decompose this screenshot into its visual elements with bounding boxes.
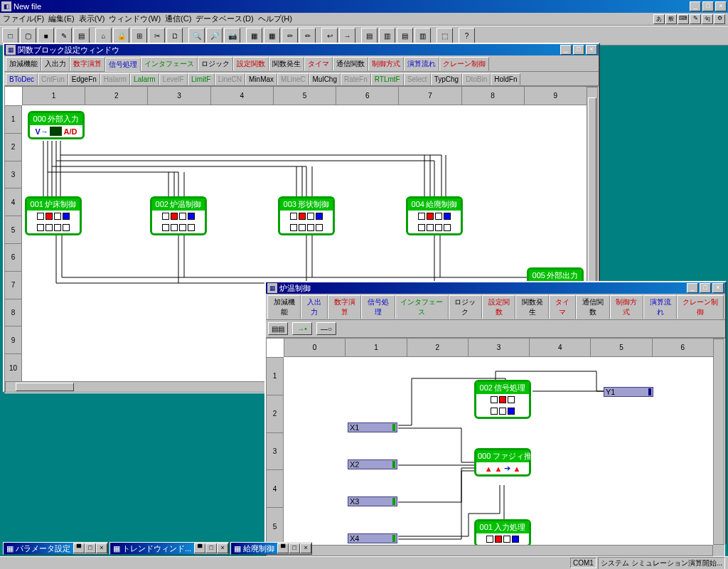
- ime-icon[interactable]: あ: [653, 14, 665, 24]
- tab[interactable]: LevelF: [159, 73, 188, 85]
- tab[interactable]: 設定関数: [482, 295, 515, 319]
- close-button[interactable]: ×: [586, 45, 597, 55]
- menu-database[interactable]: データベース(D): [196, 14, 253, 24]
- toolbar-button[interactable]: ▥: [379, 28, 395, 43]
- window1-titlebar[interactable]: ▦ 関数ブロック設定ウィンドウ _ □ ×: [4, 44, 599, 55]
- minimize-button[interactable]: _: [690, 1, 701, 11]
- tab[interactable]: Lalarm: [130, 73, 159, 85]
- tab[interactable]: 数字演算: [328, 295, 361, 319]
- block-fuzzy-inference[interactable]: 000 ファジィ推論 ▲▲➔▲: [474, 448, 531, 477]
- tab[interactable]: Halarm: [100, 73, 130, 85]
- io-label-x4[interactable]: X4: [348, 533, 397, 543]
- tab[interactable]: 信号処理: [361, 295, 395, 319]
- toolbar-button[interactable]: ▤: [361, 28, 378, 43]
- block-control-3[interactable]: 003 形状制御: [278, 196, 335, 235]
- toolbar-button[interactable]: ▤: [397, 28, 413, 43]
- toolbar-button[interactable]: 🔎: [206, 28, 223, 43]
- toolbar-button[interactable]: ▥: [414, 28, 431, 43]
- ime-icon[interactable]: ⚙: [714, 14, 725, 24]
- toolbar-button[interactable]: ▦: [246, 28, 262, 43]
- tab[interactable]: CntFun: [38, 73, 68, 85]
- close-button[interactable]: ×: [715, 1, 727, 11]
- menu-help[interactable]: ヘルプ(H): [258, 14, 292, 24]
- io-label-x3[interactable]: X3: [348, 496, 397, 506]
- toolbar-button[interactable]: 🔒: [113, 28, 129, 43]
- tab[interactable]: タイマ: [549, 295, 576, 319]
- tab[interactable]: LineCN: [215, 73, 245, 85]
- furnace-temp-window[interactable]: ▦ 炉温制御 _ □ × 加減機能入出力数字演算信号処理インタフェースロジック設…: [264, 281, 727, 544]
- tab[interactable]: インタフェース: [395, 295, 449, 319]
- maximize-button[interactable]: □: [702, 1, 714, 11]
- tab[interactable]: BToDec: [6, 73, 38, 85]
- tab[interactable]: EdgeFn: [68, 73, 100, 85]
- tab[interactable]: クレーン制御: [677, 295, 724, 319]
- block-signal-proc[interactable]: 002 信号処理: [474, 380, 531, 419]
- ime-icon[interactable]: 般: [665, 14, 677, 24]
- minimized-window[interactable]: ▦給廃制御▀□×: [230, 542, 312, 555]
- ime-icon[interactable]: 句: [702, 14, 713, 24]
- toolbar-button[interactable]: ✏: [282, 28, 298, 43]
- tab[interactable]: ロジック: [449, 295, 482, 319]
- maximize-button[interactable]: □: [700, 283, 711, 293]
- block-control-1[interactable]: 001 炉床制御: [25, 196, 82, 235]
- window2-titlebar[interactable]: ▦ 炉温制御 _ □ ×: [266, 282, 725, 294]
- tab[interactable]: 加減機能: [267, 295, 301, 319]
- scrollbar-vertical[interactable]: [713, 339, 724, 545]
- menu-edit[interactable]: 編集(E): [48, 14, 75, 24]
- tab[interactable]: インタフェース: [141, 57, 198, 71]
- toolbar-button[interactable]: ▦: [264, 28, 280, 43]
- tab[interactable]: MinMax: [245, 73, 277, 85]
- minimized-window[interactable]: ▦トレンドウィンド...▀□×: [109, 542, 229, 555]
- io-label-x1[interactable]: X1: [348, 422, 397, 432]
- tab[interactable]: RTLmtF: [371, 73, 404, 85]
- tab[interactable]: RateFn: [341, 73, 371, 85]
- menu-view[interactable]: 表示(V): [79, 14, 105, 24]
- io-label-x2[interactable]: X2: [348, 459, 397, 469]
- tab[interactable]: 演算流れ: [404, 57, 439, 71]
- tab[interactable]: Select: [404, 73, 431, 85]
- scrollbar-horizontal[interactable]: [267, 545, 713, 556]
- toolbar-button[interactable]: ✂: [149, 28, 165, 43]
- menu-comm[interactable]: 通信(C): [165, 14, 191, 24]
- toolbar-button[interactable]: 📷: [224, 28, 240, 43]
- toolbar-button[interactable]: □: [2, 28, 18, 43]
- tab[interactable]: 入出力: [301, 295, 328, 319]
- toolbar-button[interactable]: ⌂: [95, 28, 112, 43]
- maximize-button[interactable]: □: [573, 45, 584, 55]
- tab[interactable]: 入出力: [41, 57, 70, 71]
- toolbar-button[interactable]: ⊞: [131, 28, 147, 43]
- block-control-2[interactable]: 002 炉温制御: [150, 196, 207, 235]
- minimize-button[interactable]: _: [560, 45, 572, 55]
- tab[interactable]: TypChg: [431, 73, 462, 85]
- tab[interactable]: 関数発生: [515, 295, 549, 319]
- minimized-window[interactable]: ▦パラメータ設定▀□×: [3, 542, 108, 555]
- toolbar-button[interactable]: ▤: [73, 28, 90, 43]
- toolbar-button[interactable]: 🗋: [166, 28, 183, 43]
- toolbar-button[interactable]: ✏: [299, 28, 316, 43]
- view-mode-icon[interactable]: ▤▤: [268, 322, 288, 335]
- ime-icon[interactable]: ✎: [690, 14, 701, 24]
- toolbar-button[interactable]: ⬚: [437, 28, 453, 43]
- close-button[interactable]: ×: [712, 283, 724, 293]
- toolbar-button[interactable]: ↩: [321, 28, 338, 43]
- toolbar-button[interactable]: ?: [459, 28, 475, 43]
- block-control-4[interactable]: 004 給廃制御: [406, 196, 463, 235]
- tab[interactable]: HoldFn: [491, 73, 520, 85]
- io-label-y1[interactable]: Y1: [604, 387, 653, 397]
- ime-icon[interactable]: ⌨: [678, 14, 689, 24]
- toolbar-button[interactable]: ▢: [20, 28, 36, 43]
- tab[interactable]: 関数発生: [269, 57, 304, 71]
- block-input-proc[interactable]: 001 入力処理: [474, 519, 531, 547]
- tab[interactable]: 通信関数: [576, 295, 609, 319]
- tab[interactable]: 制御方式: [610, 295, 643, 319]
- toolbar-button[interactable]: ■: [38, 28, 54, 43]
- tab[interactable]: クレーン制御: [439, 57, 489, 71]
- toolbar-button[interactable]: →: [339, 28, 355, 43]
- minimize-button[interactable]: _: [687, 283, 698, 293]
- block-external-input[interactable]: 000 外部入力 V→ A/D: [28, 111, 85, 139]
- tab[interactable]: 加減機能: [6, 57, 41, 71]
- tab[interactable]: LimitF: [188, 73, 215, 85]
- tab[interactable]: DtoBin: [462, 73, 491, 85]
- tab[interactable]: 通信関数: [333, 57, 368, 71]
- tab[interactable]: MulChg: [309, 73, 341, 85]
